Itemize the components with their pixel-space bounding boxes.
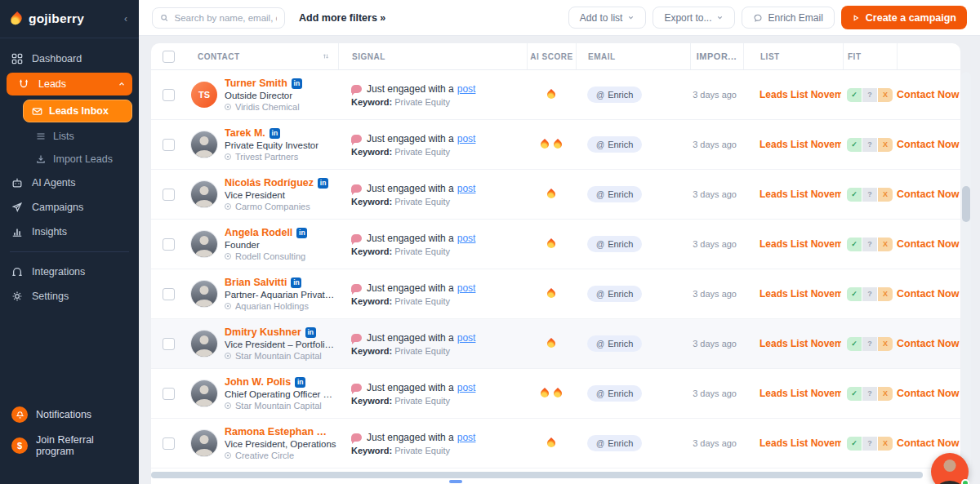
list-link[interactable]: Leads List Novembe: [760, 139, 841, 150]
linkedin-icon[interactable]: in: [270, 128, 280, 139]
contact-name-link[interactable]: John W. Polis: [225, 376, 291, 388]
fit-no-button[interactable]: X: [878, 287, 893, 301]
contact-now-button[interactable]: Contact Now: [897, 189, 959, 200]
post-link[interactable]: post: [457, 282, 476, 294]
linkedin-icon[interactable]: in: [295, 377, 305, 388]
enrich-email-pill[interactable]: @Enrich: [587, 186, 642, 202]
contact-name-link[interactable]: Turner Smith: [225, 78, 287, 89]
sidebar-item-ai-agents[interactable]: AI Agents: [0, 171, 139, 195]
post-link[interactable]: post: [457, 432, 476, 443]
row-checkbox[interactable]: [163, 388, 175, 400]
contact-name-link[interactable]: Ramona Estephan Bradsh...: [225, 426, 331, 437]
linkedin-icon[interactable]: in: [318, 178, 328, 189]
sidebar-item-import-leads[interactable]: Import Leads: [0, 148, 139, 171]
enrich-email-pill[interactable]: @Enrich: [587, 136, 642, 153]
fit-yes-button[interactable]: ✓: [847, 437, 862, 451]
row-checkbox[interactable]: [163, 238, 175, 251]
enrich-email-button[interactable]: Enrich Email: [742, 7, 834, 29]
fit-no-button[interactable]: X: [878, 188, 893, 202]
list-link[interactable]: Leads List Novembe: [760, 89, 841, 100]
list-link[interactable]: Leads List Novembe: [760, 437, 841, 449]
linkedin-icon[interactable]: in: [296, 228, 307, 238]
sidebar-item-notifications[interactable]: Notifications: [0, 401, 139, 428]
fit-yes-button[interactable]: ✓: [847, 387, 862, 401]
sidebar-item-campaigns[interactable]: Campaigns: [0, 195, 139, 220]
contact-name-link[interactable]: Angela Rodell: [225, 227, 292, 238]
fit-yes-button[interactable]: ✓: [847, 287, 862, 301]
fit-no-button[interactable]: X: [878, 238, 893, 251]
add-more-filters-link[interactable]: Add more filters »: [299, 12, 385, 24]
row-checkbox[interactable]: [163, 139, 175, 151]
add-to-list-button[interactable]: Add to list: [568, 7, 647, 29]
row-checkbox[interactable]: [163, 189, 175, 201]
sidebar-item-integrations[interactable]: Integrations: [0, 260, 139, 284]
contact-now-button[interactable]: Contact Now: [897, 89, 959, 100]
fit-maybe-button[interactable]: ?: [862, 387, 877, 401]
fit-maybe-button[interactable]: ?: [862, 337, 877, 351]
contact-name-link[interactable]: Nicolás Rodríguez: [225, 177, 314, 189]
sidebar-item-insights[interactable]: Insights: [0, 220, 139, 244]
fit-maybe-button[interactable]: ?: [862, 188, 877, 202]
fit-yes-button[interactable]: ✓: [847, 238, 862, 251]
create-campaign-button[interactable]: Create a campaign: [841, 6, 967, 29]
contact-now-button[interactable]: Contact Now: [897, 437, 959, 449]
list-link[interactable]: Leads List Novembe: [760, 388, 841, 399]
enrich-email-pill[interactable]: @Enrich: [587, 385, 642, 402]
enrich-email-pill[interactable]: @Enrich: [587, 435, 642, 451]
contact-name-link[interactable]: Brian Salvitti: [225, 277, 287, 288]
post-link[interactable]: post: [457, 183, 476, 194]
row-checkbox[interactable]: [163, 89, 175, 101]
fit-yes-button[interactable]: ✓: [847, 138, 862, 152]
fit-yes-button[interactable]: ✓: [847, 188, 862, 202]
search-input[interactable]: [175, 13, 277, 23]
contact-now-button[interactable]: Contact Now: [897, 288, 959, 300]
sidebar-item-leads[interactable]: Leads: [7, 73, 132, 95]
post-link[interactable]: post: [457, 332, 476, 344]
row-checkbox[interactable]: [163, 288, 175, 300]
sidebar-collapse-icon[interactable]: ‹: [124, 13, 127, 24]
fit-maybe-button[interactable]: ?: [862, 238, 877, 251]
sort-icon[interactable]: [322, 52, 330, 60]
list-link[interactable]: Leads List Novembe: [760, 288, 841, 300]
fit-maybe-button[interactable]: ?: [862, 437, 877, 451]
fit-maybe-button[interactable]: ?: [862, 287, 877, 301]
enrich-email-pill[interactable]: @Enrich: [587, 335, 642, 352]
post-link[interactable]: post: [457, 133, 476, 144]
sidebar-item-settings[interactable]: Settings: [0, 284, 139, 309]
post-link[interactable]: post: [457, 382, 476, 393]
sidebar-item-dashboard[interactable]: Dashboard: [0, 47, 139, 71]
fit-maybe-button[interactable]: ?: [862, 88, 877, 102]
fit-no-button[interactable]: X: [878, 387, 893, 401]
contact-now-button[interactable]: Contact Now: [897, 139, 959, 150]
contact-now-button[interactable]: Contact Now: [897, 338, 959, 349]
sidebar-item-leads-inbox[interactable]: Leads Inbox: [23, 100, 132, 122]
linkedin-icon[interactable]: in: [291, 278, 301, 288]
enrich-email-pill[interactable]: @Enrich: [587, 236, 642, 252]
linkedin-icon[interactable]: in: [292, 78, 302, 89]
contact-name-link[interactable]: Tarek M.: [225, 127, 265, 139]
horizontal-scrollbar[interactable]: [151, 472, 923, 478]
contact-name-link[interactable]: Dmitry Kushner: [225, 326, 301, 338]
list-link[interactable]: Leads List Novembe: [760, 338, 841, 349]
fit-no-button[interactable]: X: [878, 88, 893, 102]
linkedin-icon[interactable]: in: [305, 327, 316, 338]
select-all-checkbox[interactable]: [163, 51, 175, 63]
export-to-button[interactable]: Export to...: [653, 7, 735, 29]
enrich-email-pill[interactable]: @Enrich: [587, 87, 642, 103]
row-checkbox[interactable]: [163, 338, 175, 350]
sidebar-item-lists[interactable]: Lists: [0, 125, 139, 148]
list-link[interactable]: Leads List Novembe: [760, 238, 841, 250]
fit-yes-button[interactable]: ✓: [847, 337, 862, 351]
fit-maybe-button[interactable]: ?: [862, 138, 877, 152]
fit-no-button[interactable]: X: [878, 437, 893, 451]
vertical-scrollbar-thumb[interactable]: [962, 186, 970, 222]
fit-no-button[interactable]: X: [878, 138, 893, 152]
sidebar-item-referral[interactable]: $ Join Referral program: [0, 428, 139, 463]
contact-now-button[interactable]: Contact Now: [897, 238, 959, 250]
row-checkbox[interactable]: [163, 437, 175, 450]
fit-yes-button[interactable]: ✓: [847, 88, 862, 102]
list-link[interactable]: Leads List Novembe: [760, 189, 841, 200]
post-link[interactable]: post: [457, 233, 476, 244]
enrich-email-pill[interactable]: @Enrich: [587, 286, 642, 302]
post-link[interactable]: post: [457, 83, 476, 95]
